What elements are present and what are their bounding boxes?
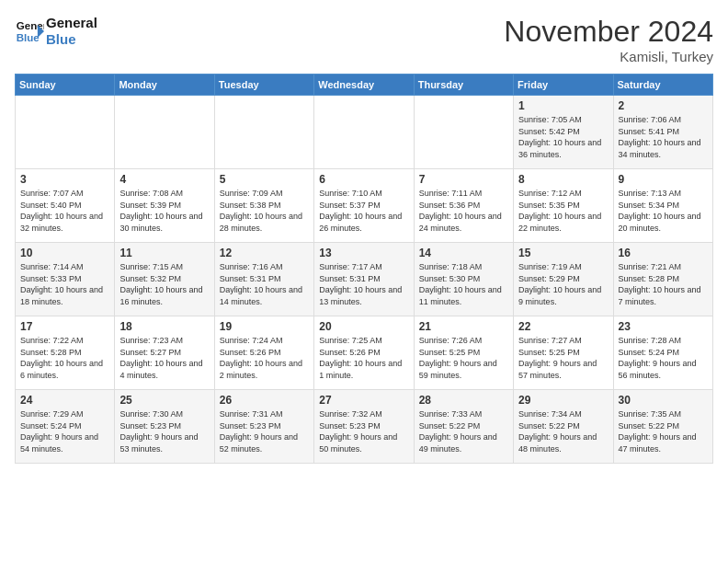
svg-text:Blue: Blue (17, 32, 40, 43)
day-cell: 18Sunrise: 7:23 AM Sunset: 5:27 PM Dayli… (115, 316, 214, 390)
col-header-tuesday: Tuesday (214, 75, 313, 96)
day-info: Sunrise: 7:07 AM Sunset: 5:40 PM Dayligh… (20, 188, 109, 234)
day-cell: 5Sunrise: 7:09 AM Sunset: 5:38 PM Daylig… (214, 169, 313, 243)
day-info: Sunrise: 7:23 AM Sunset: 5:27 PM Dayligh… (119, 335, 209, 381)
day-number: 16 (619, 247, 708, 259)
day-cell (214, 96, 313, 169)
day-number: 19 (220, 320, 309, 333)
day-cell: 1Sunrise: 7:05 AM Sunset: 5:42 PM Daylig… (514, 96, 613, 169)
day-info: Sunrise: 7:35 AM Sunset: 5:22 PM Dayligh… (619, 408, 708, 454)
day-cell: 29Sunrise: 7:34 AM Sunset: 5:22 PM Dayli… (514, 390, 613, 464)
day-info: Sunrise: 7:29 AM Sunset: 5:24 PM Dayligh… (20, 408, 109, 454)
day-cell: 30Sunrise: 7:35 AM Sunset: 5:22 PM Dayli… (613, 390, 712, 464)
day-cell (414, 96, 513, 169)
day-number: 18 (119, 320, 209, 333)
day-cell: 27Sunrise: 7:32 AM Sunset: 5:23 PM Dayli… (314, 390, 414, 464)
day-info: Sunrise: 7:06 AM Sunset: 5:41 PM Dayligh… (619, 114, 708, 160)
day-number: 20 (319, 320, 408, 333)
day-cell: 2Sunrise: 7:06 AM Sunset: 5:41 PM Daylig… (613, 96, 712, 169)
day-number: 15 (518, 247, 608, 259)
day-cell: 25Sunrise: 7:30 AM Sunset: 5:23 PM Dayli… (115, 390, 214, 464)
day-cell: 6Sunrise: 7:10 AM Sunset: 5:37 PM Daylig… (314, 169, 414, 243)
day-number: 9 (619, 173, 708, 186)
day-number: 23 (619, 320, 708, 333)
week-row-5: 24Sunrise: 7:29 AM Sunset: 5:24 PM Dayli… (16, 390, 713, 464)
day-info: Sunrise: 7:18 AM Sunset: 5:30 PM Dayligh… (419, 261, 508, 307)
day-info: Sunrise: 7:21 AM Sunset: 5:28 PM Dayligh… (619, 261, 708, 307)
title-block: November 2024 Kamisli, Turkey (504, 15, 713, 64)
day-cell: 13Sunrise: 7:17 AM Sunset: 5:31 PM Dayli… (314, 243, 414, 316)
page-container: General Blue General Blue November 2024 … (0, 0, 728, 473)
day-info: Sunrise: 7:17 AM Sunset: 5:31 PM Dayligh… (319, 261, 408, 307)
day-info: Sunrise: 7:15 AM Sunset: 5:32 PM Dayligh… (119, 261, 209, 307)
day-number: 3 (20, 173, 109, 186)
day-number: 24 (20, 394, 109, 407)
logo: General Blue General Blue (15, 15, 97, 48)
day-cell: 3Sunrise: 7:07 AM Sunset: 5:40 PM Daylig… (16, 169, 115, 243)
day-info: Sunrise: 7:25 AM Sunset: 5:26 PM Dayligh… (319, 335, 408, 381)
day-cell (314, 96, 414, 169)
month-title: November 2024 (504, 15, 713, 49)
day-number: 6 (319, 173, 408, 186)
day-cell: 24Sunrise: 7:29 AM Sunset: 5:24 PM Dayli… (16, 390, 115, 464)
day-info: Sunrise: 7:34 AM Sunset: 5:22 PM Dayligh… (518, 408, 608, 454)
day-cell: 9Sunrise: 7:13 AM Sunset: 5:34 PM Daylig… (613, 169, 712, 243)
day-cell: 21Sunrise: 7:26 AM Sunset: 5:25 PM Dayli… (414, 316, 513, 390)
day-info: Sunrise: 7:31 AM Sunset: 5:23 PM Dayligh… (220, 408, 309, 454)
day-cell: 23Sunrise: 7:28 AM Sunset: 5:24 PM Dayli… (613, 316, 712, 390)
col-header-sunday: Sunday (16, 75, 115, 96)
col-header-saturday: Saturday (613, 75, 712, 96)
day-number: 22 (518, 320, 608, 333)
day-number: 5 (220, 173, 309, 186)
day-number: 10 (20, 247, 109, 259)
col-header-thursday: Thursday (414, 75, 513, 96)
day-info: Sunrise: 7:11 AM Sunset: 5:36 PM Dayligh… (419, 188, 508, 234)
week-row-2: 3Sunrise: 7:07 AM Sunset: 5:40 PM Daylig… (16, 169, 713, 243)
col-header-friday: Friday (514, 75, 613, 96)
day-number: 13 (319, 247, 408, 259)
day-number: 25 (119, 394, 209, 407)
col-header-wednesday: Wednesday (314, 75, 414, 96)
week-row-1: 1Sunrise: 7:05 AM Sunset: 5:42 PM Daylig… (16, 96, 713, 169)
day-info: Sunrise: 7:08 AM Sunset: 5:39 PM Dayligh… (119, 188, 209, 234)
day-info: Sunrise: 7:09 AM Sunset: 5:38 PM Dayligh… (220, 188, 309, 234)
week-row-3: 10Sunrise: 7:14 AM Sunset: 5:33 PM Dayli… (16, 243, 713, 316)
day-info: Sunrise: 7:05 AM Sunset: 5:42 PM Dayligh… (518, 114, 608, 160)
day-number: 28 (419, 394, 508, 407)
day-cell: 8Sunrise: 7:12 AM Sunset: 5:35 PM Daylig… (514, 169, 613, 243)
day-info: Sunrise: 7:33 AM Sunset: 5:22 PM Dayligh… (419, 408, 508, 454)
day-cell: 7Sunrise: 7:11 AM Sunset: 5:36 PM Daylig… (414, 169, 513, 243)
day-cell: 4Sunrise: 7:08 AM Sunset: 5:39 PM Daylig… (115, 169, 214, 243)
day-cell (16, 96, 115, 169)
col-header-monday: Monday (115, 75, 214, 96)
day-info: Sunrise: 7:13 AM Sunset: 5:34 PM Dayligh… (619, 188, 708, 234)
day-cell (115, 96, 214, 169)
day-info: Sunrise: 7:24 AM Sunset: 5:26 PM Dayligh… (220, 335, 309, 381)
day-cell: 19Sunrise: 7:24 AM Sunset: 5:26 PM Dayli… (214, 316, 313, 390)
day-cell: 20Sunrise: 7:25 AM Sunset: 5:26 PM Dayli… (314, 316, 414, 390)
location: Kamisli, Turkey (504, 49, 713, 64)
day-number: 12 (220, 247, 309, 259)
day-number: 2 (619, 99, 708, 112)
day-info: Sunrise: 7:10 AM Sunset: 5:37 PM Dayligh… (319, 188, 408, 234)
day-info: Sunrise: 7:12 AM Sunset: 5:35 PM Dayligh… (518, 188, 608, 234)
day-cell: 22Sunrise: 7:27 AM Sunset: 5:25 PM Dayli… (514, 316, 613, 390)
week-row-4: 17Sunrise: 7:22 AM Sunset: 5:28 PM Dayli… (16, 316, 713, 390)
day-info: Sunrise: 7:14 AM Sunset: 5:33 PM Dayligh… (20, 261, 109, 307)
day-number: 27 (319, 394, 408, 407)
calendar-table: SundayMondayTuesdayWednesdayThursdayFrid… (15, 74, 713, 464)
day-cell: 14Sunrise: 7:18 AM Sunset: 5:30 PM Dayli… (414, 243, 513, 316)
day-info: Sunrise: 7:16 AM Sunset: 5:31 PM Dayligh… (220, 261, 309, 307)
day-number: 8 (518, 173, 608, 186)
day-cell: 10Sunrise: 7:14 AM Sunset: 5:33 PM Dayli… (16, 243, 115, 316)
logo-blue: Blue (46, 31, 97, 48)
day-info: Sunrise: 7:19 AM Sunset: 5:29 PM Dayligh… (518, 261, 608, 307)
day-number: 4 (119, 173, 209, 186)
day-number: 7 (419, 173, 508, 186)
day-cell: 16Sunrise: 7:21 AM Sunset: 5:28 PM Dayli… (613, 243, 712, 316)
day-cell: 15Sunrise: 7:19 AM Sunset: 5:29 PM Dayli… (514, 243, 613, 316)
day-cell: 11Sunrise: 7:15 AM Sunset: 5:32 PM Dayli… (115, 243, 214, 316)
day-number: 1 (518, 99, 608, 112)
day-number: 11 (119, 247, 209, 259)
day-number: 30 (619, 394, 708, 407)
